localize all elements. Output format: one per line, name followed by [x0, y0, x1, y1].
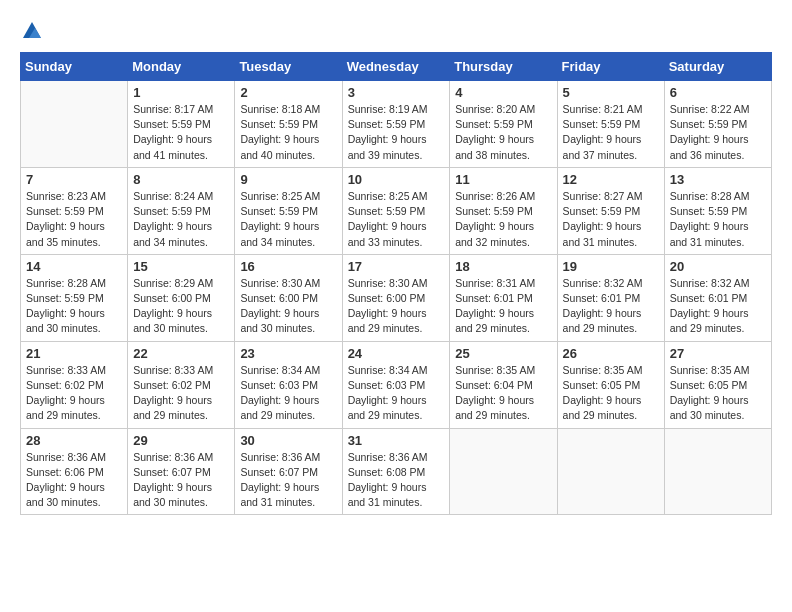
day-info: Sunrise: 8:36 AM Sunset: 6:07 PM Dayligh… [240, 450, 336, 511]
day-number: 2 [240, 85, 336, 100]
calendar-day-cell: 12Sunrise: 8:27 AM Sunset: 5:59 PM Dayli… [557, 167, 664, 254]
calendar-day-cell: 31Sunrise: 8:36 AM Sunset: 6:08 PM Dayli… [342, 428, 450, 515]
day-number: 9 [240, 172, 336, 187]
day-info: Sunrise: 8:33 AM Sunset: 6:02 PM Dayligh… [133, 363, 229, 424]
day-number: 30 [240, 433, 336, 448]
day-info: Sunrise: 8:25 AM Sunset: 5:59 PM Dayligh… [240, 189, 336, 250]
day-info: Sunrise: 8:34 AM Sunset: 6:03 PM Dayligh… [240, 363, 336, 424]
calendar-day-cell: 4Sunrise: 8:20 AM Sunset: 5:59 PM Daylig… [450, 81, 557, 168]
day-number: 6 [670, 85, 766, 100]
day-number: 5 [563, 85, 659, 100]
calendar-week-row: 28Sunrise: 8:36 AM Sunset: 6:06 PM Dayli… [21, 428, 772, 515]
day-number: 31 [348, 433, 445, 448]
calendar-day-cell: 19Sunrise: 8:32 AM Sunset: 6:01 PM Dayli… [557, 254, 664, 341]
calendar-day-cell: 8Sunrise: 8:24 AM Sunset: 5:59 PM Daylig… [128, 167, 235, 254]
day-info: Sunrise: 8:31 AM Sunset: 6:01 PM Dayligh… [455, 276, 551, 337]
day-info: Sunrise: 8:36 AM Sunset: 6:08 PM Dayligh… [348, 450, 445, 511]
day-number: 17 [348, 259, 445, 274]
weekday-header: Sunday [21, 53, 128, 81]
day-number: 18 [455, 259, 551, 274]
logo [20, 20, 43, 42]
day-info: Sunrise: 8:36 AM Sunset: 6:06 PM Dayligh… [26, 450, 122, 511]
calendar-day-cell: 20Sunrise: 8:32 AM Sunset: 6:01 PM Dayli… [664, 254, 771, 341]
calendar-day-cell: 21Sunrise: 8:33 AM Sunset: 6:02 PM Dayli… [21, 341, 128, 428]
day-info: Sunrise: 8:35 AM Sunset: 6:05 PM Dayligh… [563, 363, 659, 424]
day-number: 23 [240, 346, 336, 361]
day-info: Sunrise: 8:30 AM Sunset: 6:00 PM Dayligh… [240, 276, 336, 337]
calendar-week-row: 1Sunrise: 8:17 AM Sunset: 5:59 PM Daylig… [21, 81, 772, 168]
day-info: Sunrise: 8:18 AM Sunset: 5:59 PM Dayligh… [240, 102, 336, 163]
calendar-day-cell [557, 428, 664, 515]
day-number: 24 [348, 346, 445, 361]
calendar-header-row: SundayMondayTuesdayWednesdayThursdayFrid… [21, 53, 772, 81]
day-number: 1 [133, 85, 229, 100]
calendar-day-cell: 13Sunrise: 8:28 AM Sunset: 5:59 PM Dayli… [664, 167, 771, 254]
day-number: 22 [133, 346, 229, 361]
calendar-week-row: 7Sunrise: 8:23 AM Sunset: 5:59 PM Daylig… [21, 167, 772, 254]
day-info: Sunrise: 8:28 AM Sunset: 5:59 PM Dayligh… [26, 276, 122, 337]
calendar-day-cell: 15Sunrise: 8:29 AM Sunset: 6:00 PM Dayli… [128, 254, 235, 341]
day-info: Sunrise: 8:17 AM Sunset: 5:59 PM Dayligh… [133, 102, 229, 163]
calendar-day-cell: 11Sunrise: 8:26 AM Sunset: 5:59 PM Dayli… [450, 167, 557, 254]
calendar-day-cell: 28Sunrise: 8:36 AM Sunset: 6:06 PM Dayli… [21, 428, 128, 515]
day-number: 15 [133, 259, 229, 274]
day-number: 16 [240, 259, 336, 274]
day-number: 27 [670, 346, 766, 361]
calendar-day-cell: 6Sunrise: 8:22 AM Sunset: 5:59 PM Daylig… [664, 81, 771, 168]
calendar-day-cell: 9Sunrise: 8:25 AM Sunset: 5:59 PM Daylig… [235, 167, 342, 254]
day-info: Sunrise: 8:23 AM Sunset: 5:59 PM Dayligh… [26, 189, 122, 250]
day-info: Sunrise: 8:19 AM Sunset: 5:59 PM Dayligh… [348, 102, 445, 163]
calendar-day-cell: 16Sunrise: 8:30 AM Sunset: 6:00 PM Dayli… [235, 254, 342, 341]
day-number: 28 [26, 433, 122, 448]
logo-icon [21, 20, 43, 42]
day-info: Sunrise: 8:32 AM Sunset: 6:01 PM Dayligh… [563, 276, 659, 337]
calendar-day-cell: 3Sunrise: 8:19 AM Sunset: 5:59 PM Daylig… [342, 81, 450, 168]
calendar-day-cell [664, 428, 771, 515]
calendar-day-cell: 24Sunrise: 8:34 AM Sunset: 6:03 PM Dayli… [342, 341, 450, 428]
calendar-day-cell: 5Sunrise: 8:21 AM Sunset: 5:59 PM Daylig… [557, 81, 664, 168]
day-info: Sunrise: 8:29 AM Sunset: 6:00 PM Dayligh… [133, 276, 229, 337]
calendar-day-cell [21, 81, 128, 168]
day-info: Sunrise: 8:22 AM Sunset: 5:59 PM Dayligh… [670, 102, 766, 163]
calendar-day-cell: 27Sunrise: 8:35 AM Sunset: 6:05 PM Dayli… [664, 341, 771, 428]
calendar-table: SundayMondayTuesdayWednesdayThursdayFrid… [20, 52, 772, 515]
calendar-day-cell: 17Sunrise: 8:30 AM Sunset: 6:00 PM Dayli… [342, 254, 450, 341]
day-number: 21 [26, 346, 122, 361]
calendar-day-cell: 2Sunrise: 8:18 AM Sunset: 5:59 PM Daylig… [235, 81, 342, 168]
day-number: 19 [563, 259, 659, 274]
calendar-day-cell: 23Sunrise: 8:34 AM Sunset: 6:03 PM Dayli… [235, 341, 342, 428]
weekday-header: Tuesday [235, 53, 342, 81]
day-info: Sunrise: 8:24 AM Sunset: 5:59 PM Dayligh… [133, 189, 229, 250]
weekday-header: Wednesday [342, 53, 450, 81]
day-number: 26 [563, 346, 659, 361]
day-info: Sunrise: 8:33 AM Sunset: 6:02 PM Dayligh… [26, 363, 122, 424]
page-header [20, 20, 772, 42]
calendar-day-cell: 26Sunrise: 8:35 AM Sunset: 6:05 PM Dayli… [557, 341, 664, 428]
calendar-day-cell: 10Sunrise: 8:25 AM Sunset: 5:59 PM Dayli… [342, 167, 450, 254]
weekday-header: Saturday [664, 53, 771, 81]
weekday-header: Friday [557, 53, 664, 81]
calendar-week-row: 14Sunrise: 8:28 AM Sunset: 5:59 PM Dayli… [21, 254, 772, 341]
calendar-day-cell: 30Sunrise: 8:36 AM Sunset: 6:07 PM Dayli… [235, 428, 342, 515]
day-number: 3 [348, 85, 445, 100]
weekday-header: Thursday [450, 53, 557, 81]
day-info: Sunrise: 8:34 AM Sunset: 6:03 PM Dayligh… [348, 363, 445, 424]
day-number: 20 [670, 259, 766, 274]
day-info: Sunrise: 8:32 AM Sunset: 6:01 PM Dayligh… [670, 276, 766, 337]
day-info: Sunrise: 8:27 AM Sunset: 5:59 PM Dayligh… [563, 189, 659, 250]
calendar-day-cell [450, 428, 557, 515]
calendar-day-cell: 22Sunrise: 8:33 AM Sunset: 6:02 PM Dayli… [128, 341, 235, 428]
day-number: 11 [455, 172, 551, 187]
calendar-day-cell: 29Sunrise: 8:36 AM Sunset: 6:07 PM Dayli… [128, 428, 235, 515]
day-number: 14 [26, 259, 122, 274]
calendar-day-cell: 14Sunrise: 8:28 AM Sunset: 5:59 PM Dayli… [21, 254, 128, 341]
calendar-day-cell: 18Sunrise: 8:31 AM Sunset: 6:01 PM Dayli… [450, 254, 557, 341]
day-number: 10 [348, 172, 445, 187]
day-info: Sunrise: 8:36 AM Sunset: 6:07 PM Dayligh… [133, 450, 229, 511]
calendar-week-row: 21Sunrise: 8:33 AM Sunset: 6:02 PM Dayli… [21, 341, 772, 428]
day-info: Sunrise: 8:20 AM Sunset: 5:59 PM Dayligh… [455, 102, 551, 163]
day-info: Sunrise: 8:25 AM Sunset: 5:59 PM Dayligh… [348, 189, 445, 250]
day-info: Sunrise: 8:35 AM Sunset: 6:04 PM Dayligh… [455, 363, 551, 424]
day-number: 7 [26, 172, 122, 187]
day-number: 29 [133, 433, 229, 448]
